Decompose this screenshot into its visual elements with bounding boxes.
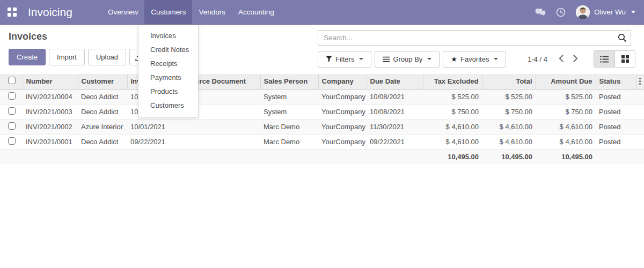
- filter-buttons: Filters Group By ★ Favorites: [318, 51, 506, 68]
- cell-amount-due: $ 4,610.00: [536, 119, 596, 134]
- import-button[interactable]: Import: [49, 49, 85, 65]
- cell-invoice-date: 09/22/2021: [127, 134, 172, 149]
- dropdown-item-customers[interactable]: Customers: [138, 99, 198, 113]
- customers-dropdown-menu: Invoices Credit Notes Receipts Payments …: [138, 25, 199, 117]
- cell-sales-person: System: [260, 89, 318, 104]
- navbar-right: Oliver Wu: [535, 0, 644, 24]
- view-switcher: [594, 50, 635, 68]
- control-panel: Invoices Create Import Upload: [0, 25, 644, 74]
- filters-caret-icon: [359, 58, 363, 60]
- column-header-company[interactable]: Company: [318, 74, 367, 89]
- page-title: Invoices: [9, 31, 148, 42]
- cell-total: $ 4,610.00: [482, 134, 536, 149]
- total-total: 10,495.00: [482, 149, 536, 164]
- column-header-tax-excluded[interactable]: Tax Excluded: [423, 74, 482, 89]
- cell-company: YourCompany: [318, 89, 367, 104]
- search-icon[interactable]: [617, 33, 627, 42]
- dropdown-item-receipts[interactable]: Receipts: [138, 57, 198, 71]
- column-header-amount-due[interactable]: Amount Due: [536, 74, 596, 89]
- column-header-due-date[interactable]: Due Date: [367, 74, 423, 89]
- cell-company: YourCompany: [318, 104, 367, 119]
- cell-amount-due: $ 525.00: [536, 89, 596, 104]
- cell-amount-due: $ 750.00: [536, 104, 596, 119]
- cell-due-date: 10/08/2021: [367, 104, 423, 119]
- menu-item-accounting[interactable]: Accounting: [232, 0, 281, 24]
- list-view-icon: [600, 56, 609, 63]
- pager-next-button[interactable]: [569, 54, 582, 65]
- favorites-button[interactable]: ★ Favorites: [443, 51, 506, 68]
- dropdown-item-products[interactable]: Products: [138, 85, 198, 99]
- cell-customer: Deco Addict: [78, 104, 127, 119]
- cell-number: INV/2021/0004: [23, 89, 78, 104]
- apps-grid-icon: [8, 8, 17, 17]
- table-row[interactable]: INV/2021/0003 Deco Addict 10/08/2021 Sys…: [0, 104, 644, 119]
- column-header-sales-person[interactable]: Sales Person: [260, 74, 318, 89]
- menu-item-customers[interactable]: Customers: [144, 0, 192, 24]
- create-button[interactable]: Create: [9, 49, 46, 65]
- kanban-view-button[interactable]: [614, 51, 635, 67]
- pager-previous-button[interactable]: [555, 54, 567, 65]
- cell-due-date: 11/30/2021: [367, 119, 423, 134]
- optional-columns-kebab-icon[interactable]: [640, 78, 641, 85]
- search-input[interactable]: [318, 30, 631, 46]
- cell-customer: Deco Addict: [78, 134, 127, 149]
- cell-tax-excluded: $ 4,610.00: [423, 119, 482, 134]
- user-name: Oliver Wu: [594, 8, 626, 16]
- row-checkbox[interactable]: [8, 92, 16, 100]
- select-all-checkbox[interactable]: [8, 77, 16, 84]
- totals-row: 10,495.00 10,495.00 10,495.00: [0, 149, 644, 164]
- favorites-caret-icon: [494, 58, 498, 60]
- app-title[interactable]: Invoicing: [24, 0, 77, 24]
- cell-tax-excluded: $ 4,610.00: [423, 134, 482, 149]
- cell-total: $ 750.00: [482, 104, 536, 119]
- cell-status: Posted: [596, 134, 636, 149]
- total-amount-due: 10,495.00: [536, 149, 596, 164]
- cell-amount-due: $ 4,610.00: [536, 134, 596, 149]
- messages-icon[interactable]: [535, 7, 546, 18]
- menu-item-overview[interactable]: Overview: [101, 0, 144, 24]
- table-row[interactable]: INV/2021/0001 Deco Addict 09/22/2021 Mar…: [0, 134, 644, 149]
- column-header-number[interactable]: Number: [23, 74, 78, 89]
- cell-customer: Azure Interior: [78, 119, 127, 134]
- kanban-view-icon: [621, 55, 629, 63]
- cell-number: INV/2021/0002: [23, 119, 78, 134]
- cell-source-document: [172, 134, 260, 149]
- filter-row: Filters Group By ★ Favorites 1-4 /: [318, 50, 635, 68]
- column-header-status[interactable]: Status: [596, 74, 636, 89]
- row-checkbox[interactable]: [8, 122, 16, 130]
- cell-status: Posted: [596, 89, 636, 104]
- row-checkbox[interactable]: [8, 107, 16, 115]
- dropdown-item-credit-notes[interactable]: Credit Notes: [138, 43, 198, 57]
- pager-range: 1-4 / 4: [528, 55, 547, 63]
- cell-status: Posted: [596, 104, 636, 119]
- cell-company: YourCompany: [318, 134, 367, 149]
- user-caret-down-icon: [631, 11, 635, 13]
- upload-button[interactable]: Upload: [88, 49, 126, 65]
- cell-total: $ 4,610.00: [482, 119, 536, 134]
- list-view-button[interactable]: [594, 51, 614, 67]
- cell-due-date: 09/22/2021: [367, 134, 423, 149]
- main-menu: Overview Customers Vendors Accounting: [101, 0, 281, 24]
- row-checkbox[interactable]: [8, 137, 16, 145]
- cell-total: $ 525.00: [482, 89, 536, 104]
- chevron-left-icon: [558, 55, 564, 62]
- user-menu[interactable]: Oliver Wu: [576, 5, 635, 19]
- group-by-button[interactable]: Group By: [375, 51, 440, 68]
- filters-button[interactable]: Filters: [318, 51, 371, 68]
- group-by-label: Group By: [393, 55, 422, 63]
- column-header-total[interactable]: Total: [482, 74, 536, 89]
- table-header-row: Number Customer Invoice Date Source Docu…: [0, 74, 644, 89]
- dropdown-item-invoices[interactable]: Invoices: [138, 29, 198, 43]
- dropdown-item-payments[interactable]: Payments: [138, 71, 198, 85]
- invoice-list-table: Number Customer Invoice Date Source Docu…: [0, 74, 644, 164]
- table-row[interactable]: INV/2021/0004 Deco Addict 10/08/2021 Sys…: [0, 89, 644, 104]
- activities-clock-icon[interactable]: [555, 7, 566, 18]
- apps-menu-button[interactable]: [0, 0, 24, 24]
- column-header-customer[interactable]: Customer: [78, 74, 127, 89]
- table-row[interactable]: INV/2021/0002 Azure Interior 10/01/2021 …: [0, 119, 644, 134]
- total-tax-excluded: 10,495.00: [423, 149, 482, 164]
- star-icon: ★: [451, 55, 457, 63]
- cell-tax-excluded: $ 750.00: [423, 104, 482, 119]
- menu-item-vendors[interactable]: Vendors: [192, 0, 232, 24]
- cell-status: Posted: [596, 119, 636, 134]
